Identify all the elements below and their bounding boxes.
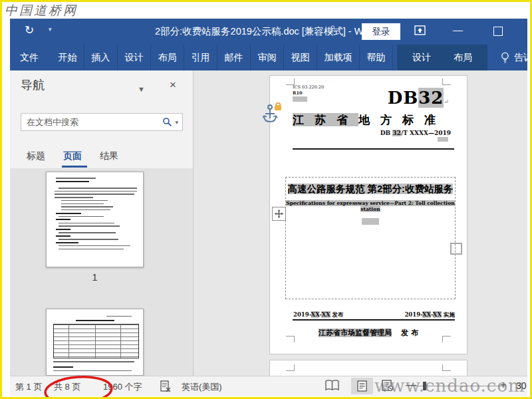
thumbnail-text-line — [56, 181, 89, 182]
account-mini: .. — [330, 25, 340, 33]
crop-mark — [442, 336, 451, 342]
tab-review[interactable]: 审阅 — [251, 45, 284, 70]
nav-tab-pages[interactable]: 页面 — [63, 150, 82, 162]
minimize-button[interactable]: — — [453, 24, 463, 35]
search-icon[interactable] — [162, 117, 172, 127]
document-area[interactable]: ICS 03.220.20 R10 DB32↵ 江苏省地方标准 DB 32/T … — [194, 70, 527, 376]
thumbnail-text-line — [61, 206, 113, 207]
placeholder-field — [362, 218, 379, 225]
thumbnail-text-line — [59, 225, 120, 227]
thumbnail-text-line — [59, 239, 118, 240]
title-text-frame[interactable]: 高速公路服务规范 第2部分:收费站服务 Specifications for e… — [285, 177, 456, 299]
doc-class-code: R10 — [293, 90, 302, 96]
page-thumbnail-2[interactable] — [46, 309, 144, 376]
placeholder-field — [438, 137, 448, 142]
document-page-2[interactable] — [269, 360, 467, 376]
ribbon-tab-row: 文件 开始 插入 设计 布局 引用 邮件 审阅 视图 加载项 帮助 设计 布局 … — [10, 45, 527, 70]
publisher-row: 江苏省市场监督管理局发 布 — [270, 328, 467, 338]
window-title: 2部分:收费站服务2019公示稿.doc [兼容模式] - Word — [155, 25, 377, 38]
thumbnail-text-line — [61, 200, 108, 201]
navigation-pane-menu-icon[interactable]: ▼ — [138, 85, 145, 93]
zoom-slider-track[interactable] — [416, 386, 506, 386]
person-mini-icon — [330, 25, 336, 33]
language-indicator[interactable]: 英语(美国) — [182, 381, 222, 393]
crop-mark — [442, 364, 451, 371]
maximize-button[interactable] — [493, 27, 503, 36]
thumbnail-text-line — [59, 223, 114, 224]
doc-title-cn: 高速公路服务规范 第2部分:收费站服务 — [286, 183, 455, 196]
sign-in-button[interactable]: 登录 — [362, 23, 400, 40]
tab-insert[interactable]: 插入 — [84, 45, 118, 70]
document-page-1[interactable]: ICS 03.220.20 R10 DB32↵ 江苏省地方标准 DB 32/T … — [269, 75, 467, 354]
tab-ctx-design[interactable]: 设计 — [401, 45, 442, 70]
thumbnail-text-line — [59, 245, 130, 247]
ics-code: ICS 03.220.20 — [293, 84, 324, 90]
tab-view[interactable]: 视图 — [284, 45, 317, 70]
frame-resize-handle[interactable] — [450, 243, 462, 255]
tab-references[interactable]: 引用 — [184, 45, 217, 70]
thumbnail-text-line — [61, 209, 110, 211]
standard-big-code: DB32↵ — [388, 88, 450, 108]
implement-date: 2019-XX-XX 实施 — [404, 311, 455, 319]
tab-layout[interactable]: 布局 — [151, 45, 184, 70]
zoom-out-button[interactable]: — — [406, 379, 416, 391]
navigation-tabs: 标题 页面 结果 — [10, 145, 193, 169]
move-cross-icon — [274, 209, 284, 219]
tab-design[interactable]: 设计 — [118, 45, 151, 70]
quick-access-dropdown-icon[interactable]: ▾ — [49, 26, 52, 33]
tell-me-button[interactable]: 告诉我 — [497, 45, 532, 70]
tab-help[interactable]: 帮助 — [360, 45, 393, 70]
thumbnail-text-line — [56, 178, 96, 179]
read-mode-icon[interactable] — [325, 380, 339, 391]
proofing-error-icon[interactable] — [160, 380, 172, 392]
zoom-percentage[interactable]: 30 — [516, 380, 527, 391]
ribbon-display-options-icon[interactable] — [414, 25, 426, 35]
thumbnail-text-line — [56, 229, 70, 230]
issue-date: 2019-XX-XX 发布 — [293, 311, 344, 319]
document-search-box[interactable]: 在文档中搜索 ▾ — [21, 113, 183, 131]
page-thumbnail-1[interactable] — [46, 172, 144, 267]
undo-icon[interactable]: ↻ — [25, 23, 34, 37]
crop-mark — [442, 78, 451, 85]
thumbnail-text-line — [59, 232, 116, 233]
tab-addins[interactable]: 加载项 — [317, 45, 360, 70]
thumbnail-text-line — [59, 216, 104, 217]
account-hint-text: .. — [336, 25, 340, 33]
contextual-tab-group: 设计 布局 — [397, 45, 487, 70]
watermark-site-name: 中国道桥网 — [5, 2, 78, 19]
frame-move-handle[interactable] — [272, 207, 286, 221]
crop-mark — [286, 364, 295, 371]
zoom-slider-handle[interactable] — [423, 382, 426, 390]
thumbnail-text-line — [56, 219, 70, 220]
page-indicator[interactable]: 第 1 页 — [15, 381, 42, 393]
tab-ctx-layout[interactable]: 布局 — [442, 45, 483, 70]
thumbnail-text-line — [61, 203, 104, 205]
print-layout-icon[interactable] — [351, 378, 373, 394]
horizontal-rule — [293, 319, 455, 321]
tab-mailings[interactable]: 邮件 — [217, 45, 251, 70]
tab-file[interactable]: 文件 — [10, 45, 49, 70]
date-row: 2019-XX-XX 发布 2019-XX-XX 实施 — [293, 311, 455, 319]
search-options-dropdown-icon[interactable]: ▾ — [172, 119, 182, 126]
navigation-pane-title: 导航 — [21, 77, 45, 93]
thumbnail-text-line — [56, 235, 70, 237]
screenshot-frame: 中国道桥网 ↻ ▾ 2部分:收费站服务2019公示稿.doc [兼容模式] - … — [0, 0, 532, 399]
thumbnail-text-line — [56, 213, 81, 214]
thumbnail-text-line — [59, 249, 124, 250]
nav-tab-results[interactable]: 结果 — [100, 150, 118, 162]
nav-tab-headings[interactable]: 标题 — [27, 150, 45, 162]
soft-return-mark: ↵ — [444, 98, 450, 105]
doc-title-en: Specifications for expressway service—Pa… — [286, 200, 455, 212]
navigation-pane-close-icon[interactable]: × — [170, 78, 176, 92]
zoom-in-button[interactable]: + — [500, 379, 506, 391]
tell-me-label: 告诉我 — [514, 52, 532, 64]
page-count[interactable]: 共 8 页 — [54, 381, 80, 393]
word-count[interactable]: 1960 个字 — [103, 381, 142, 393]
web-layout-icon[interactable] — [382, 380, 394, 391]
horizontal-rule — [293, 148, 454, 150]
thumbnail-text-line — [59, 188, 137, 189]
tab-home[interactable]: 开始 — [51, 45, 84, 70]
thumbnail-text-line — [56, 242, 78, 243]
status-bar: 第 1 页 共 8 页 1960 个字 英语(美国) — [10, 376, 527, 396]
navigation-pane: 导航 ▼ × 在文档中搜索 ▾ 标题 页面 结果 1 — [10, 70, 194, 376]
